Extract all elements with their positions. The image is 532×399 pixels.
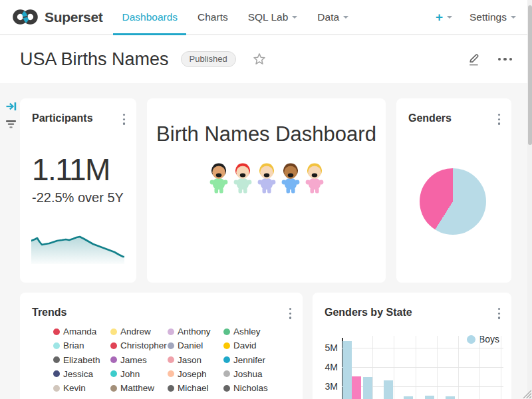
legend-dot [223,342,230,349]
chart-title: Genders [408,112,452,124]
expand-filter-bar-button[interactable] [5,100,17,115]
legend-item-jason[interactable]: Jason [168,355,223,365]
bar[interactable] [342,341,352,399]
y-axis-tick-label: 3M [321,381,338,392]
filter-icon[interactable] [5,120,17,132]
legend-label: Jennifer [233,355,265,365]
legend-item-james[interactable]: James [110,355,168,365]
dashboard-header: USA Births Names Published [0,35,532,83]
chevron-down-icon [292,16,297,19]
legend-item-anthony[interactable]: Anthony [168,327,223,336]
nav-item-sql-lab[interactable]: SQL Lab [238,0,308,35]
legend-label: Michael [178,383,209,393]
nav-item-data[interactable]: Data [307,0,358,35]
legend-item-jessica[interactable]: Jessica [53,369,110,379]
baby-icon [253,161,280,194]
legend-dot [168,329,174,335]
settings-menu[interactable]: Settings [469,11,516,23]
legend-dot [168,342,174,349]
chart-title: Genders by State [325,307,412,319]
nav-menu: DashboardsChartsSQL LabData [112,0,358,35]
legend-item-kevin[interactable]: Kevin [53,383,110,393]
nav-item-label: Charts [198,11,228,23]
bar[interactable] [404,396,413,399]
baby-icon [205,161,232,194]
legend-dot [110,329,117,335]
bar[interactable] [384,380,393,399]
chevron-down-icon [343,16,348,19]
legend-item-ashley[interactable]: Ashley [223,327,285,336]
legend-dot [223,385,230,392]
legend-dot [168,370,174,377]
gridline [342,367,503,368]
legend-item-joseph[interactable]: Joseph [168,369,223,379]
status-badge[interactable]: Published [181,51,236,67]
plus-icon: + [436,10,443,25]
legend-label: Elizabeth [63,355,100,365]
nav-right: + Settings [436,10,516,25]
nav-item-charts[interactable]: Charts [188,0,238,35]
legend-item-joshua[interactable]: Joshua [223,369,285,379]
legend-item-christopher[interactable]: Christopher [110,340,168,350]
legend-item-matthew[interactable]: Matthew [110,383,168,393]
bar[interactable] [425,396,434,399]
legend-dot [110,370,117,377]
dashboard-banner-title: Birth Names Dashboard [147,122,386,146]
legend-item-andrew[interactable]: Andrew [110,327,168,336]
baby-icon [229,161,256,194]
chart-options-kebab[interactable] [122,112,126,126]
chart-options-kebab[interactable] [288,307,293,321]
legend-label: Anthony [178,327,211,336]
legend-item-john[interactable]: John [110,369,168,379]
legend-dot [110,342,117,349]
arrow-right-to-bar-icon [5,100,17,112]
chart-options-kebab[interactable] [497,112,501,126]
big-number-subheader: -22.5% over 5Y [32,190,124,205]
baby-icon [277,161,304,194]
legend-dot [223,356,230,363]
baby-illustrations [147,161,386,194]
genders-pie-chart[interactable] [420,168,486,235]
legend-item-elizabeth[interactable]: Elizabeth [53,355,110,365]
nav-item-dashboards[interactable]: Dashboards [112,0,188,35]
superset-logo[interactable]: Superset [12,8,102,26]
legend-item-boys[interactable]: Boys [467,334,499,344]
nav-item-label: Dashboards [122,11,178,23]
more-options-button[interactable] [498,58,513,61]
legend-label: Brian [63,340,84,350]
settings-label: Settings [469,11,507,23]
legend-item-brian[interactable]: Brian [53,340,110,350]
genders-by-state-card: Genders by State Boys 5M4M3M [313,293,511,399]
new-button[interactable]: + [436,10,452,25]
vertical-scrollbar[interactable] [527,0,532,399]
pencil-icon [467,52,482,67]
bar[interactable] [352,376,361,399]
participants-card: Participants 1.11M -22.5% over 5Y [20,98,136,283]
edit-dashboard-button[interactable] [467,52,482,67]
trends-legend: AmandaAndrewAnthonyAshleyBrianChristophe… [53,327,285,399]
favorite-star-icon[interactable] [252,52,267,66]
bar[interactable] [363,377,372,399]
legend-item-amanda[interactable]: Amanda [53,327,110,336]
legend-label: John [120,369,140,379]
legend-item-michael[interactable]: Michael [168,383,223,393]
legend-item-jennifer[interactable]: Jennifer [223,355,285,365]
legend-item-daniel[interactable]: Daniel [168,340,223,350]
legend-label: David [233,340,257,350]
chart-options-kebab[interactable] [497,307,501,321]
chevron-down-icon [447,16,452,19]
legend-dot [168,385,174,392]
sparkline-chart[interactable] [31,229,124,264]
legend-item-nicholas[interactable]: Nicholas [223,383,285,393]
resize-handle-icon[interactable] [522,389,531,398]
legend-dot [53,385,60,392]
scrollbar-thumb[interactable] [528,5,532,145]
legend-dot [53,356,60,363]
legend-label: Christopher [120,340,167,350]
legend-item-david[interactable]: David [223,340,285,350]
bar[interactable] [446,396,455,399]
chart-title: Trends [32,307,66,319]
legend-dot [223,370,230,377]
legend-label: Ashley [233,327,261,336]
legend-label: Andrew [120,327,151,336]
